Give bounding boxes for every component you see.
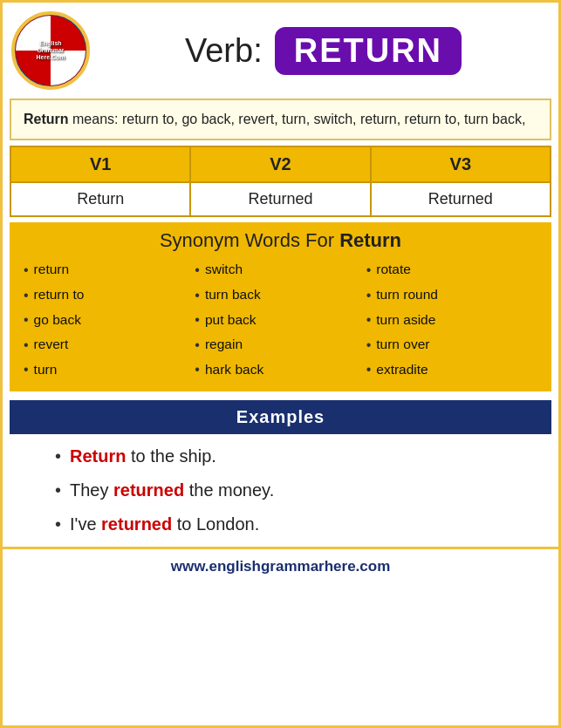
synonym-text: turn over: [376, 334, 429, 356]
verb-label: Verb:: [185, 32, 263, 70]
logo-inner: EnglishGrammarHere.Com: [16, 16, 86, 85]
bullet: •: [366, 309, 372, 331]
synonyms-col-3: •rotate•turn round•turn aside•turn over•…: [366, 259, 537, 381]
logo: EnglishGrammarHere.Com: [11, 11, 90, 90]
synonym-item: •go back: [24, 309, 195, 331]
synonym-item: •return: [24, 259, 195, 282]
verb-forms-table: V1 V2 V3 Return Returned Returned: [10, 146, 551, 217]
meaning-word: Return: [24, 112, 69, 126]
bullet: •: [366, 259, 372, 282]
bullet: •: [24, 284, 29, 307]
synonym-item: •hark back: [195, 358, 366, 381]
synonym-item: •turn aside: [366, 309, 537, 331]
synonym-item: •turn back: [195, 284, 366, 307]
examples-title: Examples: [236, 407, 325, 426]
example-bullet: •: [55, 514, 61, 534]
synonym-item: •turn over: [366, 334, 537, 357]
examples-list: •Return to the ship.•They returned the m…: [3, 434, 558, 547]
highlight-word: returned: [101, 514, 172, 534]
header-title-area: Verb: RETURN: [104, 27, 543, 75]
synonym-item: •turn: [24, 358, 195, 381]
v1-header: V1: [10, 146, 190, 182]
bullet: •: [195, 334, 200, 357]
synonyms-title-prefix: Synonym Words For: [160, 229, 339, 251]
synonym-text: return: [34, 259, 70, 281]
synonym-text: regain: [205, 334, 243, 356]
example-item: •Return to the ship.: [55, 446, 523, 466]
example-bullet: •: [55, 480, 61, 500]
v2-value: Returned: [190, 182, 370, 216]
synonym-item: •rotate: [366, 259, 537, 282]
synonyms-col-2: •switch•turn back•put back•regain•hark b…: [195, 259, 366, 381]
logo-text: EnglishGrammarHere.Com: [36, 40, 65, 60]
synonym-item: •extradite: [366, 358, 537, 381]
synonym-text: rotate: [376, 259, 411, 281]
synonyms-title-word: Return: [339, 229, 401, 251]
synonym-text: switch: [205, 259, 243, 281]
bullet: •: [195, 358, 200, 381]
synonym-item: •put back: [195, 309, 366, 331]
example-text: Return to the ship.: [70, 446, 216, 466]
example-item: •I've returned to London.: [55, 514, 523, 534]
synonyms-title: Synonym Words For Return: [10, 222, 551, 259]
synonym-item: •revert: [24, 334, 195, 357]
synonyms-col-1: •return•return to•go back•revert•turn: [24, 259, 195, 381]
bullet: •: [195, 259, 200, 282]
meaning-text: means: return to, go back, revert, turn,…: [69, 112, 526, 126]
synonym-text: return to: [34, 284, 85, 306]
highlight-word: returned: [113, 480, 184, 500]
synonym-text: turn: [34, 359, 58, 381]
example-bullet: •: [55, 446, 61, 466]
v2-header: V2: [190, 146, 370, 182]
synonym-text: extradite: [376, 359, 428, 381]
footer-url: www.englishgrammarhere.com: [171, 558, 391, 575]
synonym-text: turn back: [205, 284, 261, 306]
synonym-item: •turn round: [366, 284, 537, 307]
synonyms-section: Synonym Words For Return •return•return …: [10, 222, 551, 391]
bullet: •: [366, 284, 372, 307]
synonym-text: turn aside: [376, 310, 435, 331]
synonym-item: •switch: [195, 259, 366, 282]
return-badge-text: RETURN: [294, 32, 442, 69]
bullet: •: [366, 334, 372, 357]
v3-header: V3: [371, 146, 551, 182]
bullet: •: [366, 358, 372, 381]
highlight-word: Return: [70, 446, 126, 466]
synonym-text: put back: [205, 310, 257, 331]
examples-header: Examples: [10, 400, 551, 434]
return-badge: RETURN: [275, 27, 462, 75]
v1-value: Return: [10, 182, 190, 216]
synonym-text: hark back: [205, 359, 263, 381]
example-text: I've returned to London.: [70, 514, 259, 534]
bullet: •: [24, 358, 29, 381]
bullet: •: [195, 284, 200, 307]
meaning-section: Return means: return to, go back, revert…: [10, 99, 551, 140]
bullet: •: [24, 309, 29, 331]
synonyms-grid: •return•return to•go back•revert•turn •s…: [10, 259, 551, 381]
bullet: •: [24, 259, 29, 282]
v3-value: Returned: [371, 182, 551, 216]
example-item: •They returned the money.: [55, 480, 523, 500]
synonym-item: •regain: [195, 334, 366, 357]
bullet: •: [24, 334, 29, 357]
footer: www.englishgrammarhere.com: [3, 547, 558, 584]
synonym-item: •return to: [24, 284, 195, 307]
synonym-text: revert: [34, 334, 69, 356]
example-text: They returned the money.: [70, 480, 274, 500]
page-header: EnglishGrammarHere.Com Verb: RETURN: [3, 3, 558, 99]
synonym-text: turn round: [376, 284, 438, 306]
bullet: •: [195, 309, 200, 331]
synonym-text: go back: [34, 310, 81, 331]
